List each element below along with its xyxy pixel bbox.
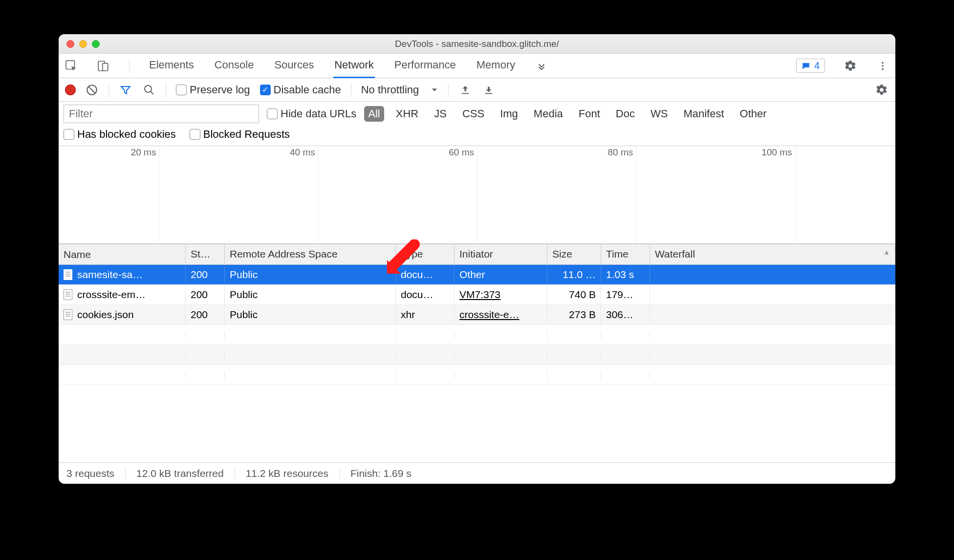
more-tabs-icon[interactable] <box>535 59 548 73</box>
request-size: 11.0 … <box>547 265 601 284</box>
col-time[interactable]: Time <box>601 244 650 264</box>
request-name: cookies.json <box>77 309 134 321</box>
filter-type-all[interactable]: All <box>364 106 384 122</box>
disable-cache-label: Disable cache <box>274 84 341 96</box>
device-toolbar-icon[interactable] <box>97 59 110 73</box>
filter-input[interactable] <box>64 105 259 123</box>
col-waterfall-label: Waterfall <box>655 248 695 260</box>
filter-type-ws[interactable]: WS <box>647 106 672 122</box>
tab-elements[interactable]: Elements <box>148 54 195 78</box>
filter-type-font[interactable]: Font <box>575 106 604 122</box>
filter-type-other[interactable]: Other <box>736 106 771 122</box>
ruler-tick-label: 100 ms <box>761 147 795 158</box>
request-status: 200 <box>186 305 225 324</box>
file-icon <box>64 309 72 320</box>
minimize-window-button[interactable] <box>79 40 87 48</box>
ruler-tick-label: 20 ms <box>131 147 159 158</box>
request-time: 1.03 s <box>601 265 650 284</box>
filter-type-img[interactable]: Img <box>496 106 522 122</box>
kebab-menu-icon[interactable] <box>876 59 889 73</box>
svg-rect-2 <box>103 63 108 70</box>
record-button[interactable] <box>65 85 75 95</box>
filter-row-2: Has blocked cookies Blocked Requests <box>59 126 895 146</box>
transferred-size: 12.0 kB transferred <box>136 468 224 479</box>
clear-icon[interactable] <box>85 83 99 97</box>
table-row-empty <box>59 345 895 365</box>
svg-point-3 <box>882 62 884 64</box>
close-window-button[interactable] <box>66 40 74 48</box>
filter-type-css[interactable]: CSS <box>458 106 488 122</box>
blocked-requests-checkbox[interactable]: Blocked Requests <box>190 128 290 141</box>
request-name: samesite-sa… <box>77 269 143 280</box>
search-icon[interactable] <box>142 83 156 97</box>
divider <box>351 83 351 97</box>
svg-rect-8 <box>462 93 469 94</box>
messages-count: 4 <box>814 60 820 71</box>
preserve-log-checkbox[interactable]: Preserve log <box>176 84 250 96</box>
requests-count: 3 requests <box>66 468 114 479</box>
filter-icon[interactable] <box>119 83 132 97</box>
col-status[interactable]: St… <box>186 244 225 264</box>
throttling-value: No throttling <box>361 84 419 96</box>
table-row[interactable]: samesite-sa… 200 Public docu… Other 11.0… <box>59 265 895 285</box>
tab-performance[interactable]: Performance <box>393 54 457 78</box>
request-initiator[interactable]: crosssite-e… <box>455 305 547 324</box>
table-row-empty <box>59 365 895 385</box>
tab-memory[interactable]: Memory <box>476 54 516 78</box>
filter-type-manifest[interactable]: Manifest <box>679 106 728 122</box>
col-name[interactable]: Name <box>59 244 186 264</box>
titlebar: DevTools - samesite-sandbox.glitch.me/ <box>59 34 895 54</box>
sort-indicator-icon: ▲ <box>883 248 890 260</box>
devtools-tabs: Elements Console Sources Network Perform… <box>59 54 895 78</box>
col-type[interactable]: Type <box>396 244 455 264</box>
request-address-space: Public <box>225 305 396 324</box>
inspect-element-icon[interactable] <box>65 59 78 73</box>
request-address-space: Public <box>225 265 396 284</box>
messages-badge[interactable]: 4 <box>796 59 825 73</box>
ruler-tick-label: 40 ms <box>290 147 318 158</box>
download-har-icon[interactable] <box>482 83 496 97</box>
throttling-dropdown[interactable]: No throttling <box>361 84 439 96</box>
divider <box>235 468 235 479</box>
divider <box>125 468 126 479</box>
timeline-ruler[interactable]: 20 ms40 ms60 ms80 ms100 ms <box>59 146 895 244</box>
hide-data-urls-checkbox[interactable]: Hide data URLs <box>267 108 356 120</box>
has-blocked-cookies-checkbox[interactable]: Has blocked cookies <box>64 128 176 141</box>
request-size: 740 B <box>547 285 601 304</box>
request-status: 200 <box>186 285 225 304</box>
svg-point-5 <box>882 68 884 70</box>
col-remote-address-space[interactable]: Remote Address Space <box>225 244 396 264</box>
type-filters: AllXHRJSCSSImgMediaFontDocWSManifestOthe… <box>364 106 770 122</box>
request-initiator[interactable]: VM7:373 <box>455 285 547 304</box>
tab-console[interactable]: Console <box>214 54 255 78</box>
col-size[interactable]: Size <box>547 244 601 264</box>
tab-network[interactable]: Network <box>333 54 375 78</box>
status-bar: 3 requests 12.0 kB transferred 11.2 kB r… <box>59 462 895 484</box>
has-blocked-cookies-label: Has blocked cookies <box>77 128 176 141</box>
request-name: crosssite-em… <box>77 289 146 301</box>
table-row-empty <box>59 325 895 345</box>
table-row[interactable]: cookies.json 200 Public xhr crosssite-e…… <box>59 305 895 325</box>
filter-type-doc[interactable]: Doc <box>612 106 639 122</box>
col-waterfall[interactable]: Waterfall ▲ <box>650 244 895 264</box>
filter-row: Hide data URLs AllXHRJSCSSImgMediaFontDo… <box>59 102 895 126</box>
blocked-requests-label: Blocked Requests <box>203 128 290 141</box>
divider <box>166 83 166 97</box>
table-row[interactable]: crosssite-em… 200 Public docu… VM7:373 7… <box>59 285 895 305</box>
devtools-window: DevTools - samesite-sandbox.glitch.me/ E… <box>59 34 895 484</box>
zoom-window-button[interactable] <box>92 40 100 48</box>
network-settings-icon[interactable] <box>875 83 889 97</box>
traffic-lights <box>59 40 100 48</box>
settings-icon[interactable] <box>844 59 857 73</box>
filter-type-xhr[interactable]: XHR <box>392 106 422 122</box>
filter-type-js[interactable]: JS <box>430 106 451 122</box>
filter-type-media[interactable]: Media <box>530 106 567 122</box>
disable-cache-checkbox[interactable]: ✓Disable cache <box>260 84 341 96</box>
finish-time: Finish: 1.69 s <box>350 468 412 479</box>
chevron-down-icon <box>431 86 438 94</box>
upload-har-icon[interactable] <box>458 83 472 97</box>
col-initiator[interactable]: Initiator <box>455 244 547 264</box>
request-initiator: Other <box>455 265 547 284</box>
window-title: DevTools - samesite-sandbox.glitch.me/ <box>395 39 559 49</box>
tab-sources[interactable]: Sources <box>273 54 315 78</box>
